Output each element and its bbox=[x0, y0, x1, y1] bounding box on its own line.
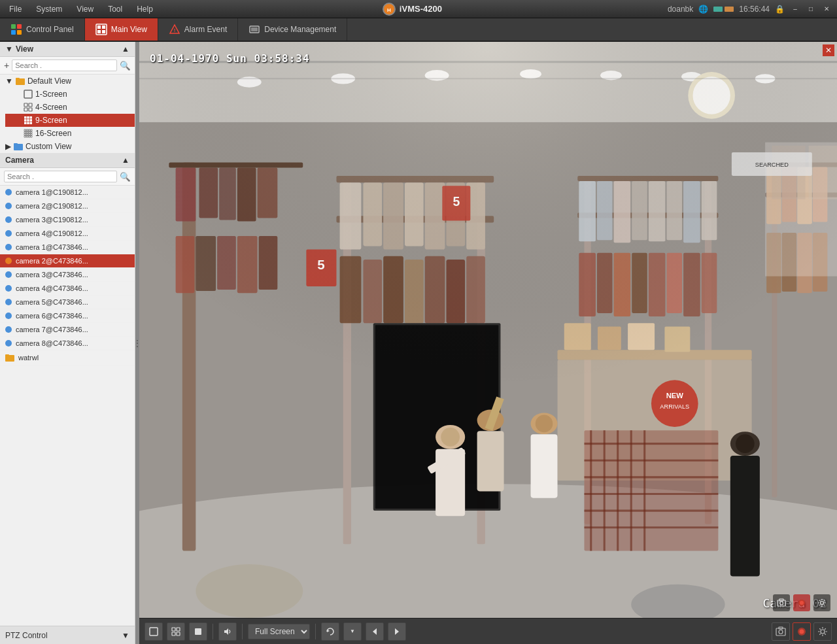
minimize-button[interactable]: – bbox=[790, 4, 800, 14]
close-button[interactable]: ✕ bbox=[821, 4, 832, 14]
view-add-button[interactable]: + bbox=[4, 60, 9, 71]
tab-control-panel-label: Control Panel bbox=[26, 25, 74, 34]
camera-item-6[interactable]: camera 2@C473846... bbox=[0, 254, 135, 268]
svg-rect-10 bbox=[102, 30, 105, 33]
camera-item-12[interactable]: camera 8@C473846... bbox=[0, 337, 135, 350]
ptz-section[interactable]: PTZ Control ▼ bbox=[0, 626, 135, 644]
camera-view: NEW ARRIVALS 5 5 bbox=[139, 42, 837, 644]
device-management-icon bbox=[248, 24, 260, 35]
tab-device-management-label: Device Management bbox=[264, 25, 336, 34]
svg-rect-7 bbox=[97, 25, 101, 29]
camera-item-4[interactable]: camera 4@C190812... bbox=[0, 227, 135, 241]
screen-16-item[interactable]: 16-Screen bbox=[5, 127, 135, 140]
svg-rect-20 bbox=[24, 108, 27, 111]
default-view-item[interactable]: ▼ Default View bbox=[0, 75, 135, 88]
svg-rect-22 bbox=[24, 116, 27, 119]
camera-name: camera 6@C473846... bbox=[16, 312, 88, 320]
record-icon-btn[interactable] bbox=[793, 594, 810, 611]
close-video-button[interactable]: ✕ bbox=[823, 44, 834, 56]
nav-tabs: Control Panel Main View ! Alarm Event De… bbox=[0, 18, 837, 42]
tab-device-management[interactable]: Device Management bbox=[238, 18, 347, 41]
custom-view-item[interactable]: ▶ Custom View bbox=[0, 140, 135, 153]
camera-search-input[interactable] bbox=[4, 171, 117, 182]
camera-section-chevron[interactable]: ▲ bbox=[122, 156, 129, 165]
screen-9-label: 9-Screen bbox=[35, 116, 67, 125]
next-button[interactable] bbox=[388, 622, 406, 641]
bottom-toolbar: Full Screen ▼ bbox=[139, 618, 837, 644]
video-timestamp: 01-04-1970 Sun 03:58:34 bbox=[150, 52, 310, 65]
video-action-icons bbox=[773, 594, 830, 611]
screenshot-icon-btn[interactable] bbox=[773, 594, 790, 611]
svg-rect-46 bbox=[31, 136, 33, 138]
camera-item-3[interactable]: camera 3@C190812... bbox=[0, 213, 135, 227]
main-view-icon bbox=[95, 24, 107, 35]
stop-button[interactable] bbox=[189, 622, 207, 641]
camera-item-1[interactable]: camera 1@C190812... bbox=[0, 186, 135, 199]
camera-item-8[interactable]: camera 4@C473846... bbox=[0, 282, 135, 296]
grid-4-button[interactable] bbox=[167, 622, 185, 641]
camera-item-13[interactable]: watrwl bbox=[0, 350, 135, 365]
menu-system[interactable]: System bbox=[32, 3, 66, 15]
svg-rect-39 bbox=[24, 133, 26, 135]
camera-name: camera 1@C190812... bbox=[16, 188, 88, 196]
svg-rect-42 bbox=[31, 133, 33, 135]
ptz-chevron[interactable]: ▼ bbox=[122, 631, 129, 640]
screen-4-item[interactable]: 4-Screen bbox=[5, 101, 135, 114]
screen-16-icon bbox=[24, 129, 33, 138]
view-section-chevron[interactable]: ▲ bbox=[122, 44, 129, 54]
svg-text:!: ! bbox=[174, 27, 176, 33]
screenshot-toolbar-button[interactable] bbox=[772, 622, 790, 641]
tab-main-view[interactable]: Main View bbox=[85, 18, 158, 41]
menu-file[interactable]: File bbox=[5, 3, 26, 15]
camera-dot bbox=[5, 230, 12, 237]
screen-1-item[interactable]: 1-Screen bbox=[5, 88, 135, 101]
svg-rect-9 bbox=[97, 30, 101, 33]
svg-rect-2 bbox=[11, 24, 16, 29]
video-overlay: 01-04-1970 Sun 03:58:34 Camera 02 ✕ bbox=[139, 42, 837, 618]
volume-button[interactable] bbox=[218, 622, 237, 641]
svg-rect-30 bbox=[30, 122, 33, 125]
grid-1-button[interactable] bbox=[145, 622, 163, 641]
refresh-button[interactable] bbox=[321, 622, 339, 641]
camera-item-10[interactable]: camera 6@C473846... bbox=[0, 309, 135, 323]
camera-search-button[interactable]: 🔍 bbox=[120, 172, 131, 182]
svg-rect-36 bbox=[26, 131, 28, 133]
prev-button[interactable] bbox=[366, 622, 384, 641]
svg-rect-181 bbox=[172, 628, 175, 631]
svg-rect-8 bbox=[102, 25, 105, 29]
camera-item-2[interactable]: camera 2@C190812... bbox=[0, 199, 135, 213]
svg-marker-189 bbox=[395, 628, 399, 635]
svg-rect-37 bbox=[28, 131, 30, 133]
view-search-input[interactable] bbox=[12, 59, 117, 71]
settings-toolbar-button[interactable] bbox=[813, 622, 832, 641]
settings-icon-btn[interactable] bbox=[813, 594, 830, 611]
svg-rect-190 bbox=[776, 628, 785, 636]
tab-alarm-event[interactable]: ! Alarm Event bbox=[158, 18, 238, 41]
svg-rect-24 bbox=[30, 116, 33, 119]
svg-rect-17 bbox=[24, 90, 32, 98]
camera-dot bbox=[5, 271, 12, 278]
view-collapse-icon[interactable]: ▼ bbox=[5, 44, 13, 54]
toolbar-dropdown-button[interactable]: ▼ bbox=[343, 622, 362, 641]
lock-icon[interactable]: 🔒 bbox=[775, 5, 785, 14]
record-toolbar-button[interactable] bbox=[793, 622, 811, 641]
camera-dot bbox=[5, 285, 12, 292]
toolbar-sep-3 bbox=[315, 624, 316, 639]
maximize-button[interactable]: □ bbox=[806, 4, 816, 14]
custom-view-icon bbox=[14, 142, 23, 151]
camera-item-7[interactable]: camera 3@C473846... bbox=[0, 268, 135, 282]
camera-dot bbox=[5, 189, 12, 195]
svg-rect-50 bbox=[5, 354, 9, 356]
menu-view[interactable]: View bbox=[73, 3, 97, 15]
camera-name: camera 8@C473846... bbox=[16, 339, 88, 347]
tab-control-panel[interactable]: Control Panel bbox=[0, 18, 85, 41]
camera-item-11[interactable]: camera 7@C473846... bbox=[0, 323, 135, 337]
view-search-button[interactable]: 🔍 bbox=[120, 61, 131, 71]
camera-item-9[interactable]: camera 5@C473846... bbox=[0, 296, 135, 309]
menu-help[interactable]: Help bbox=[133, 3, 157, 15]
svg-rect-41 bbox=[28, 133, 30, 135]
fullscreen-select[interactable]: Full Screen bbox=[248, 624, 310, 639]
camera-item-5[interactable]: camera 1@C473846... bbox=[0, 241, 135, 254]
screen-9-item[interactable]: 9-Screen bbox=[5, 114, 135, 127]
menu-tool[interactable]: Tool bbox=[104, 3, 126, 15]
